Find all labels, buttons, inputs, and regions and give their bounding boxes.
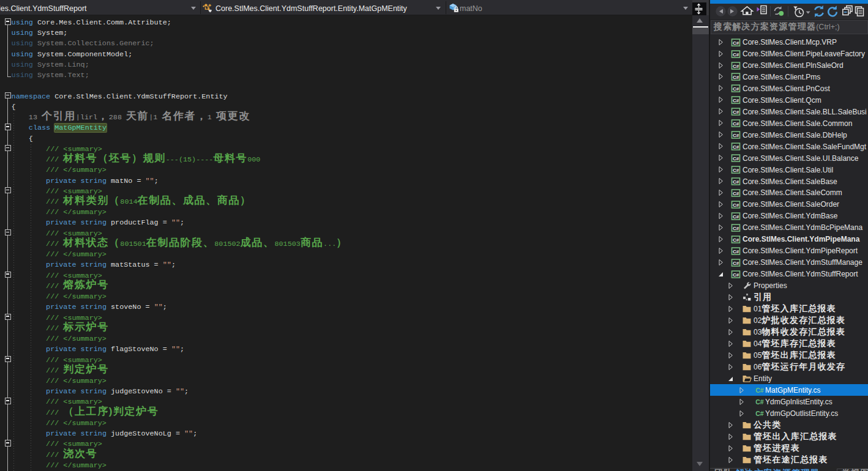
- svg-text:C#: C#: [732, 109, 739, 115]
- svg-text:C#: C#: [732, 156, 739, 161]
- svg-text:C#: C#: [732, 75, 739, 80]
- svg-text:C#: C#: [732, 179, 739, 185]
- svg-text:C#: C#: [732, 86, 739, 92]
- svg-text:C#: C#: [732, 121, 739, 127]
- svg-text:C#: C#: [755, 410, 764, 417]
- svg-text:C#: C#: [732, 168, 739, 173]
- svg-text:C#: C#: [732, 249, 739, 254]
- svg-text:C#: C#: [732, 237, 739, 243]
- svg-text:C#: C#: [732, 63, 739, 69]
- svg-text:C#: C#: [732, 226, 739, 231]
- svg-text:C#: C#: [732, 144, 739, 150]
- svg-text:C#: C#: [755, 398, 764, 406]
- svg-text:C#: C#: [732, 133, 739, 138]
- svg-text:C#: C#: [732, 98, 739, 103]
- svg-text:C#: C#: [732, 40, 739, 45]
- svg-text:C#: C#: [732, 261, 739, 266]
- svg-text:C#: C#: [732, 202, 739, 208]
- svg-text:C#: C#: [732, 191, 739, 196]
- svg-text:C#: C#: [732, 272, 739, 278]
- svg-text:C#: C#: [755, 387, 764, 394]
- svg-text:C#: C#: [732, 51, 739, 57]
- svg-text:C#: C#: [732, 214, 739, 220]
